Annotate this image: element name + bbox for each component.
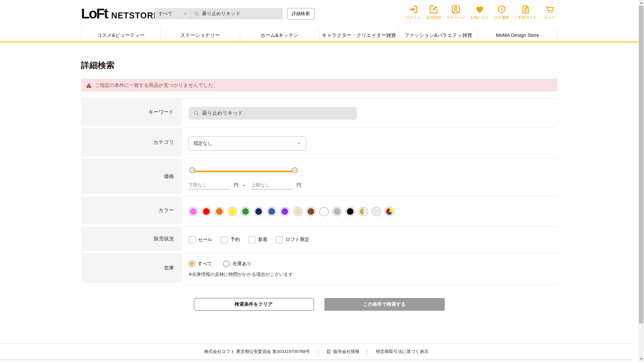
login-label: ログイン: [406, 15, 421, 20]
status-checkbox[interactable]: [276, 236, 283, 243]
sales-status-label: 販売状況: [81, 227, 182, 251]
price-max-input[interactable]: [251, 181, 292, 189]
color-swatch[interactable]: [215, 207, 224, 216]
color-swatch[interactable]: [345, 207, 355, 216]
sales-status-content: セール 予約 新着 ロフト限定: [182, 227, 557, 253]
status-option-preorder[interactable]: 予約: [221, 236, 240, 243]
price-inputs: 円 ～ 円: [189, 181, 305, 189]
chevron-down-icon: [183, 12, 187, 16]
order-history-menu-item[interactable]: 注文履歴: [494, 4, 509, 20]
color-swatch[interactable]: [189, 207, 198, 216]
heart-icon: [475, 4, 485, 14]
register-label: 会員登録: [426, 15, 441, 20]
detail-search-button[interactable]: 詳細検索: [287, 8, 315, 19]
color-swatch[interactable]: [202, 207, 211, 216]
nav-item-character-creator[interactable]: キャラクター・クリエイター雑貨: [319, 29, 398, 42]
color-swatch-fill: [386, 208, 393, 215]
stock-radio[interactable]: [189, 260, 195, 267]
mypage-icon: [451, 4, 461, 14]
status-option-loft-limited[interactable]: ロフト限定: [276, 236, 309, 243]
price-max-unit: 円: [297, 182, 302, 188]
status-checkbox[interactable]: [189, 236, 196, 243]
category-selected-value: 指定なし: [194, 140, 213, 146]
color-swatch[interactable]: [359, 207, 368, 216]
guide-document-icon: [521, 4, 531, 14]
category-select[interactable]: 指定なし: [189, 136, 306, 150]
login-menu-item[interactable]: ログイン: [406, 4, 421, 20]
register-menu-item[interactable]: 会員登録: [426, 4, 441, 20]
price-min-input[interactable]: [189, 181, 229, 189]
stock-row: 在庫 すべて 在庫あり ※在庫情報の反映に時間がか: [81, 253, 557, 285]
color-swatch[interactable]: [241, 207, 250, 216]
login-icon: [408, 4, 418, 14]
slider-handle-min[interactable]: [190, 168, 194, 172]
top-bar: LoFt NETSTORE すべて 曇り止めリキッド 詳細検索: [81, 0, 557, 29]
color-swatch[interactable]: [254, 207, 263, 216]
footer-divider: [318, 349, 318, 354]
color-swatch[interactable]: [319, 207, 329, 216]
mypage-menu-item[interactable]: マイページ: [446, 4, 465, 20]
color-swatch[interactable]: [267, 207, 276, 216]
color-swatch[interactable]: [280, 207, 289, 216]
search-icon: [194, 11, 200, 17]
favorites-menu-item[interactable]: お気に入り: [470, 4, 489, 20]
stock-radio[interactable]: [223, 260, 230, 267]
nav-item-moma-design-store[interactable]: MoMA Design Store: [478, 29, 557, 42]
form-actions: 検索条件をクリア この条件で検索する: [81, 298, 557, 311]
register-icon: [429, 4, 439, 14]
nav-item-home-kitchen[interactable]: ホーム&キッチン: [240, 29, 319, 42]
header-search-bar: すべて 曇り止めリキッド: [155, 8, 283, 19]
stock-option-all[interactable]: すべて: [189, 260, 212, 267]
color-swatch[interactable]: [306, 207, 316, 216]
scrollbar-up-button[interactable]: [638, 0, 644, 6]
status-option-label: 新着: [258, 237, 267, 243]
color-swatch-fill: [190, 208, 197, 215]
warning-icon: [86, 82, 92, 88]
color-swatch-fill: [203, 208, 210, 215]
status-option-new[interactable]: 新着: [248, 236, 267, 243]
scroll-down-arrow-icon: [640, 358, 643, 360]
vertical-scrollbar: [638, 0, 644, 362]
color-label: カラー: [81, 196, 182, 224]
color-swatch[interactable]: [228, 207, 237, 216]
price-range-separator: ～: [242, 182, 247, 188]
clear-conditions-button[interactable]: 検索条件をクリア: [194, 298, 314, 311]
color-swatch[interactable]: [293, 207, 303, 216]
color-swatch-fill: [268, 208, 275, 215]
status-option-sale[interactable]: セール: [189, 236, 213, 243]
keyword-label: キーワード: [81, 99, 182, 126]
search-category-dropdown[interactable]: すべて: [155, 8, 190, 19]
price-row: 価格 円 ～ 円: [81, 159, 557, 196]
footer-link-label: 販売会社情報: [333, 349, 359, 355]
color-swatch[interactable]: [332, 207, 342, 216]
keyword-content: [182, 99, 557, 128]
status-checkbox[interactable]: [248, 236, 255, 243]
nav-item-cosme-beauty[interactable]: コスメ&ビューティー: [81, 29, 161, 42]
color-row: カラー: [81, 196, 557, 227]
browser-viewport: LoFt NETSTORE すべて 曇り止めリキッド 詳細検索: [0, 0, 644, 362]
footer-link-commercial-law[interactable]: 特定商取引法に基づく表示: [376, 349, 428, 355]
slider-handle-max[interactable]: [293, 168, 297, 172]
order-history-label: 注文履歴: [494, 15, 509, 20]
search-submit-button[interactable]: この条件で検索する: [324, 298, 445, 311]
sales-status-row: 販売状況 セール 予約 新着: [81, 227, 557, 253]
status-checkbox[interactable]: [221, 236, 228, 243]
color-swatch[interactable]: [385, 207, 394, 216]
color-swatch[interactable]: [372, 207, 381, 216]
footer-link-label: 特定商取引法に基づく表示: [376, 349, 428, 355]
scrollbar-thumb[interactable]: [639, 6, 643, 323]
color-swatch-fill: [308, 208, 314, 215]
brand-logo[interactable]: LoFt NETSTORE: [81, 7, 160, 21]
keyword-row: キーワード: [81, 99, 557, 128]
guide-menu-item[interactable]: ご利用ガイド: [514, 4, 537, 20]
nav-item-stationery[interactable]: ステーショナリー: [160, 29, 240, 42]
cart-menu-item[interactable]: カート: [542, 4, 557, 20]
keyword-input[interactable]: [202, 110, 352, 116]
price-label: 価格: [81, 159, 182, 194]
header-search-input[interactable]: 曇り止めリキッド: [191, 11, 283, 17]
footer-link-company-info[interactable]: 販売会社情報: [326, 349, 359, 355]
color-swatch-fill: [360, 208, 367, 215]
scrollbar-down-button[interactable]: [638, 356, 644, 362]
stock-option-in-stock[interactable]: 在庫あり: [223, 260, 252, 267]
nav-item-fashion-variety[interactable]: ファッション&バラエティ雑貨: [398, 29, 478, 42]
